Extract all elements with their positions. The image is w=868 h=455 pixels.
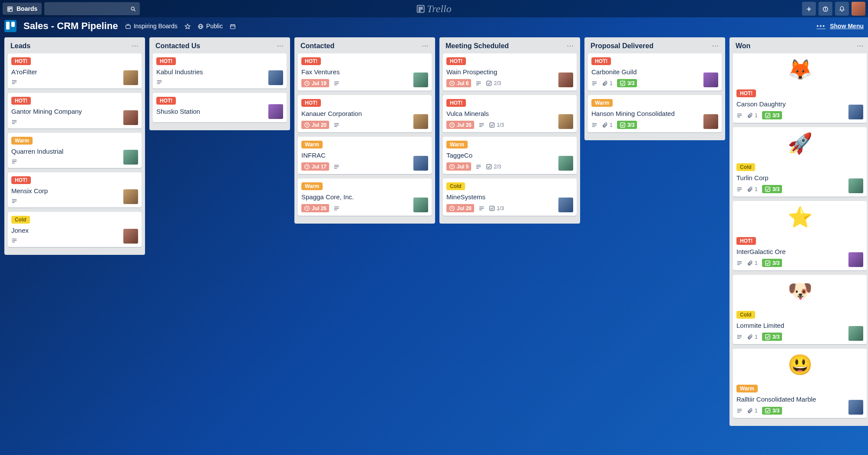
member-avatar[interactable] [413,114,428,129]
create-button[interactable] [802,2,816,16]
member-avatar[interactable] [558,73,573,87]
member-avatar[interactable] [848,326,863,341]
card[interactable]: WarmSpagga Core, Inc. Jul 26 [298,178,432,216]
card[interactable]: HOT!Gantor Mining Company [8,93,142,128]
attachment-badge: 1 [747,112,758,119]
description-icon [736,334,743,340]
member-avatar[interactable] [558,114,573,129]
card-title: Carbonite Guild [591,68,718,76]
card-badges: Jul 20 [301,121,428,129]
card[interactable]: HOT!A'roFilter [8,53,142,89]
card-badges [11,158,138,165]
list-title[interactable]: Meeting Scheduled [446,42,509,50]
list-title[interactable]: Proposal Delivered [591,42,653,50]
list-title[interactable]: Leads [10,42,30,50]
list-menu-button[interactable]: ⋯ [857,42,864,50]
card[interactable]: ColdJonex [8,212,142,247]
card[interactable]: 😃WarmRalltiir Consolidated Marble 1 3/3 [733,349,867,418]
description-icon [156,79,162,85]
card[interactable]: HOT!Shusko Station [153,93,287,122]
search-input[interactable] [44,2,140,15]
member-avatar[interactable] [558,156,573,171]
list-menu-button[interactable]: ⋯ [277,42,284,50]
list-title[interactable]: Contacted [300,42,334,50]
member-avatar[interactable] [413,198,428,212]
card[interactable]: HOT!Kanauer Corporation Jul 20 [298,95,432,132]
list: Proposal Delivered ⋯ HOT!Carbonite Guild… [584,37,725,140]
card[interactable]: 🚀ColdTurlin Corp 1 3/3 [733,127,867,197]
description-icon [333,205,340,211]
info-button[interactable] [818,2,832,16]
inspiring-boards-link[interactable]: Inspiring Boards [125,23,178,30]
member-avatar[interactable] [413,73,428,87]
checklist-complete-badge: 3/3 [617,79,637,87]
boards-button[interactable]: Boards [3,3,42,15]
checklist-complete-badge: 3/3 [617,121,637,129]
card-badges: Jul 5 2/3 [446,162,573,171]
calendar-button[interactable] [230,23,236,30]
member-avatar[interactable] [123,150,138,165]
due-date-badge: Jul 20 [301,121,329,129]
checklist-icon [620,122,626,128]
board-title[interactable]: Sales - CRM Pipeline [23,20,118,32]
member-avatar[interactable] [413,156,428,171]
member-avatar[interactable] [123,110,138,125]
card[interactable]: HOT!Carbonite Guild 1 3/3 [588,53,722,91]
member-avatar[interactable] [123,189,138,204]
card[interactable]: HOT!Vulca Minerals Jul 26 1/3 [443,95,577,132]
list-menu-button[interactable]: ⋯ [712,42,719,50]
member-avatar[interactable] [268,104,283,119]
card-title: Turlin Corp [736,174,863,182]
card[interactable]: WarmHanson Mining Consolidated 1 3/3 [588,95,722,132]
card-badges: 1 3/3 [736,259,863,267]
card[interactable]: WarmTaggeCo Jul 5 2/3 [443,137,577,174]
label-hot: HOT! [11,176,31,184]
member-avatar[interactable] [848,105,863,119]
member-avatar[interactable] [848,252,863,267]
card[interactable]: HOT!Kabul Industries [153,53,287,89]
member-avatar[interactable] [703,73,718,87]
card[interactable]: HOT!Mensix Corp [8,172,142,208]
list-menu-button[interactable]: ⋯ [567,42,574,50]
checklist-icon [765,260,771,266]
card[interactable]: 🦊HOT!Carson Daughtry 1 3/3 [733,53,867,123]
user-avatar[interactable] [851,2,865,16]
card[interactable]: ColdMineSystems Jul 28 1/3 [443,178,577,216]
member-avatar[interactable] [268,70,283,85]
list-title[interactable]: Won [736,42,750,50]
description-icon [479,122,485,128]
card[interactable]: ⭐HOT!InterGalactic Ore 1 3/3 [733,201,867,270]
svg-point-9 [825,8,825,8]
list-title[interactable]: Contacted Us [155,42,200,50]
member-avatar[interactable] [123,229,138,244]
card[interactable]: WarmINFRAC Jul 17 [298,137,432,174]
label-warm: Warm [301,141,323,148]
member-avatar[interactable] [123,70,138,85]
visibility-button[interactable]: Public [198,23,223,30]
member-avatar[interactable] [558,198,573,212]
checklist-badge: 1/3 [489,122,504,128]
clock-icon [304,122,310,128]
card[interactable]: HOT!Fax Ventures Jul 19 [298,53,432,91]
star-button[interactable] [185,23,191,30]
card[interactable]: WarmQuarren Industrial [8,133,142,168]
member-avatar[interactable] [848,400,863,415]
card-title: InterGalactic Ore [736,247,863,256]
card-badges [11,198,138,204]
member-avatar[interactable] [848,178,863,193]
due-date-badge: Jul 6 [446,79,471,87]
list-menu-button[interactable]: ⋯ [422,42,429,50]
member-avatar[interactable] [703,114,718,129]
svg-rect-72 [490,206,495,211]
checklist-icon [765,186,771,192]
list-menu-button[interactable]: ⋯ [132,42,139,50]
card[interactable]: 🐶ColdLommite Limited 1 3/3 [733,275,867,344]
notifications-button[interactable] [835,2,849,16]
card-badges: 1 3/3 [591,79,718,87]
show-menu-button[interactable]: Show Menu [830,23,864,30]
card[interactable]: HOT!Wain Prospecting Jul 6 2/3 [443,53,577,91]
card-cover: 🚀 [733,127,867,159]
checklist-icon [765,333,771,340]
brand-logo[interactable]: Trello [416,3,451,15]
clock-icon [449,163,455,170]
